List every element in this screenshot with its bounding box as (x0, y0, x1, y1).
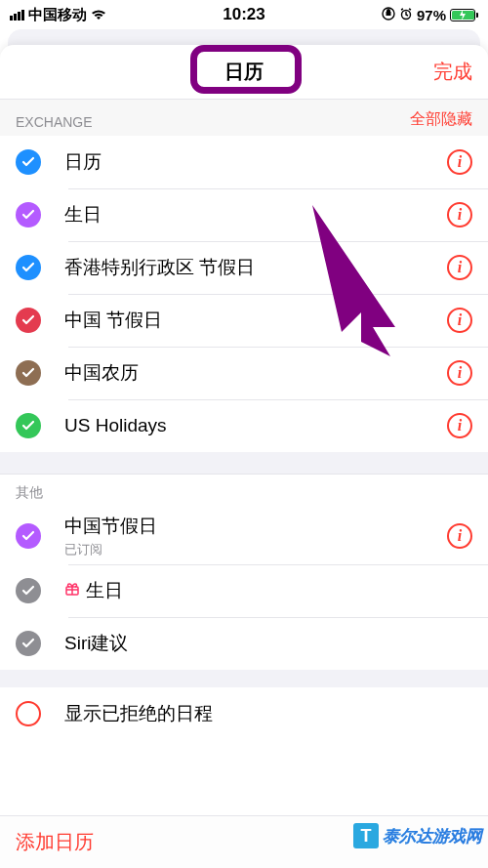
checkbox-checked[interactable] (16, 360, 41, 386)
watermark: T 泰尔达游戏网 (353, 823, 482, 848)
sheet-header: 日历 完成 (0, 45, 488, 100)
other-list: 中国节假日已订阅i生日Siri建议 (0, 508, 488, 670)
row-label: 中国节假日 (64, 514, 447, 539)
battery-icon (450, 9, 478, 21)
info-button[interactable]: i (447, 255, 472, 280)
gift-icon (64, 581, 80, 601)
info-button[interactable]: i (447, 523, 472, 549)
status-right: 97% (382, 7, 478, 23)
row-label: Siri建议 (64, 631, 472, 656)
section-header-exchange: EXCHANGE 全部隐藏 (0, 100, 488, 136)
checkbox-checked[interactable] (16, 255, 41, 280)
checkbox-checked[interactable] (16, 578, 41, 603)
row-label: 中国 节假日 (64, 308, 447, 333)
info-button[interactable]: i (447, 413, 472, 438)
section-header-other: 其他 (0, 474, 488, 508)
checkbox-checked[interactable] (16, 631, 41, 656)
calendar-row[interactable]: 生日 (0, 564, 488, 617)
clock: 10:23 (223, 5, 264, 24)
watermark-text: 泰尔达游戏网 (383, 825, 482, 847)
calendar-row[interactable]: 生日i (0, 188, 488, 241)
row-show-declined[interactable]: 显示已拒绝的日程 (0, 687, 488, 740)
calendar-sheet: 日历 完成 EXCHANGE 全部隐藏 日历i生日i香港特别行政区 节假日i中国… (0, 45, 488, 868)
calendar-row[interactable]: 中国农历i (0, 347, 488, 399)
calendar-row[interactable]: Siri建议 (0, 617, 488, 670)
info-button[interactable]: i (447, 360, 472, 386)
row-label: 香港特别行政区 节假日 (64, 255, 447, 280)
checkbox-checked[interactable] (16, 523, 41, 549)
row-label: 日历 (64, 149, 447, 175)
done-button[interactable]: 完成 (433, 45, 472, 99)
add-calendar-button[interactable]: 添加日历 (16, 829, 94, 855)
info-button[interactable]: i (447, 308, 472, 333)
calendar-row[interactable]: 日历i (0, 136, 488, 188)
row-subtitle: 已订阅 (64, 541, 447, 558)
row-label: 生日 (64, 202, 447, 227)
checkbox-checked[interactable] (16, 308, 41, 333)
row-label: 中国农历 (64, 360, 447, 386)
orientation-lock-icon (382, 7, 395, 23)
watermark-logo: T (353, 823, 379, 848)
section-gap (0, 670, 488, 687)
calendar-row[interactable]: 香港特别行政区 节假日i (0, 241, 488, 294)
wifi-icon (91, 7, 106, 23)
row-label: 显示已拒绝的日程 (64, 701, 472, 726)
info-button[interactable]: i (447, 149, 472, 175)
checkbox-unchecked[interactable] (16, 701, 41, 726)
checkbox-checked[interactable] (16, 149, 41, 175)
status-left: 中国移动 (10, 6, 106, 24)
calendar-row[interactable]: 中国节假日已订阅i (0, 508, 488, 564)
signal-icon (10, 10, 24, 21)
section-title-exchange: EXCHANGE (16, 114, 93, 130)
checkbox-checked[interactable] (16, 202, 41, 227)
alarm-icon (399, 7, 413, 23)
section-gap (0, 452, 488, 474)
calendar-row[interactable]: US Holidaysi (0, 399, 488, 452)
hide-all-button[interactable]: 全部隐藏 (410, 109, 472, 130)
section-title-other: 其他 (16, 484, 43, 502)
sheet-title: 日历 (224, 59, 264, 85)
battery-percent: 97% (417, 7, 446, 23)
row-label: 生日 (64, 578, 472, 603)
status-bar: 中国移动 10:23 97% (0, 0, 488, 29)
checkbox-checked[interactable] (16, 413, 41, 438)
calendar-row[interactable]: 中国 节假日i (0, 294, 488, 347)
carrier-label: 中国移动 (28, 6, 87, 24)
info-button[interactable]: i (447, 202, 472, 227)
row-label: US Holidays (64, 415, 447, 436)
exchange-list: 日历i生日i香港特别行政区 节假日i中国 节假日i中国农历iUS Holiday… (0, 136, 488, 452)
